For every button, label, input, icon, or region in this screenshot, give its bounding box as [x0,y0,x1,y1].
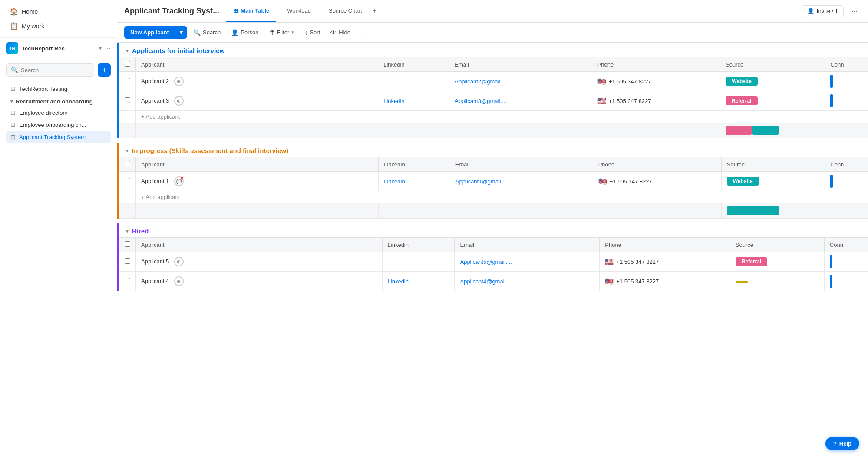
tab-source-chart[interactable]: Source Chart [322,0,369,22]
linkedin-cell [382,252,455,272]
chat-button[interactable]: ⊕ [174,278,184,284]
sort-button[interactable]: ↕ Sort [300,27,324,39]
sidebar-item-mywork[interactable]: 📋 My work [6,19,111,33]
collapse-inprogress-icon[interactable]: ▾ [126,148,129,154]
main-content: Applicant Tracking Syst... ⊞ Main Table … [117,0,868,459]
search-icon: 🔍 [11,67,18,73]
sidebar-item-home[interactable]: 🏠 Home [6,4,111,19]
tab-main-table[interactable]: ⊞ Main Table [226,0,276,22]
email-cell[interactable]: Applicant1@gmail.... [450,172,593,191]
email-link[interactable]: Applicant1@gmail.... [455,178,507,185]
more-toolbar-button[interactable]: ··· [356,27,370,38]
add-chat-icon[interactable]: ⊕ [174,276,184,286]
invite-button[interactable]: 👤 Invite / 1 [802,5,844,17]
col-conn-header: Conn [825,57,868,72]
email-link[interactable]: Applicant2@gmail.... [455,78,506,85]
help-button[interactable]: ? Help [825,437,859,450]
hired-table: Applicant Linkedin Email Phone Source Co… [119,237,868,291]
group-inprogress-title: In progress (Skills assessment and final… [132,147,288,154]
sidebar-group-recruitment[interactable]: ▾ Recruitment and onboarding [6,95,111,106]
add-applicant-label[interactable]: + Add applicant [136,111,868,123]
chevron-down-icon: ▾ [99,45,102,51]
topbar-right: 👤 Invite / 1 ··· [802,5,861,18]
row-check[interactable] [125,278,130,283]
email-cell[interactable]: Applicant5@gmail.... [455,252,600,272]
hide-label: Hide [339,29,350,36]
sidebar-workspace[interactable]: TR TechReport Rec... ▾ ··· [0,38,117,59]
add-button[interactable]: + [98,63,111,76]
add-applicant-row[interactable]: + Add applicant [119,191,868,203]
col-linkedin-header: Linkedin [378,57,449,72]
tab-workload[interactable]: Workload [280,0,318,22]
linkedin-cell[interactable]: Linkedin [379,172,450,191]
sidebar-search-box[interactable]: 🔍 [6,63,94,76]
chat-button[interactable]: 💬 [174,178,184,184]
phone-cell: 🇺🇸 +1 505 347 8227 [592,72,720,91]
email-cell[interactable]: Applicant4@gmail.... [455,272,600,291]
conn-cell [824,272,868,291]
email-cell[interactable]: Applicant2@gmail.... [449,72,592,91]
sidebar-item-applicant-tracking[interactable]: ⊞ Applicant Tracking System [6,131,111,143]
select-all-check[interactable] [125,61,130,67]
collapse-initial-icon[interactable]: ▾ [126,48,129,54]
add-tab-icon[interactable]: + [369,7,381,16]
search-input[interactable] [21,67,89,73]
add-chat-icon[interactable]: ⊕ [174,96,184,106]
group-hired: ▾ Hired Applicant Linkedin Email Phone S… [117,223,868,291]
board-icon: ⊞ [10,85,16,92]
source-badge: Referral [736,257,767,266]
search-button[interactable]: 🔍 Search [189,27,225,39]
col-email-header: Email [449,57,592,72]
add-applicant-row[interactable]: + Add applicant [119,111,868,123]
chat-notify-icon[interactable]: 💬 [174,176,184,186]
sidebar-home-label: Home [22,8,38,15]
workspace-more-icon[interactable]: ··· [105,44,111,52]
linkedin-link[interactable]: Linkedin [388,278,409,285]
group-initial-interview-header: ▾ Applicants for initial interview [119,43,868,57]
add-chat-icon[interactable]: ⊕ [174,257,184,266]
source-cell: Website [720,72,825,91]
sidebar-item-techreport-testing[interactable]: ⊞ TechReport Testing [6,83,111,95]
chat-button[interactable]: ⊕ [174,78,184,84]
group-hired-header: ▾ Hired [119,223,868,237]
linkedin-cell[interactable]: Linkedin [378,91,449,111]
new-applicant-arrow-icon[interactable]: ▾ [175,26,187,39]
chat-button[interactable]: ⊕ [174,258,184,265]
add-chat-icon[interactable]: ⊕ [174,76,184,86]
hide-button[interactable]: 👁 Hide [326,27,355,39]
select-all-check[interactable] [125,161,130,166]
add-applicant-label[interactable]: + Add applicant [136,191,868,203]
collapse-hired-icon[interactable]: ▾ [126,228,129,234]
email-link[interactable]: Applicant5@gmail.... [460,259,512,265]
email-cell[interactable]: Applicant3@gmail.... [449,91,592,111]
email-link[interactable]: Applicant3@gmail.... [455,98,506,104]
row-check[interactable] [125,258,130,264]
table-row: Applicant 3 ⊕ Linkedin Applicant3@gmail.… [119,91,868,111]
linkedin-link[interactable]: Linkedin [384,178,405,185]
linkedin-link[interactable]: Linkedin [383,98,404,104]
sidebar-item-employee-onboarding[interactable]: ⊞ Employee onboarding ch... [6,119,111,131]
applicant-name: Applicant 5 [141,258,169,265]
invite-label: Invite / 1 [817,8,838,14]
tab-source-chart-label: Source Chart [329,7,362,14]
collapse-arrow-icon: ▾ [10,99,13,104]
sidebar-item-employee-directory[interactable]: ⊞ Employee directory [6,106,111,119]
linkedin-cell[interactable]: Linkedin [382,272,455,291]
new-applicant-button[interactable]: New Applicant ▾ [124,26,187,39]
applicant-name-cell: Applicant 4 ⊕ [136,272,383,291]
filter-button[interactable]: ⚗ Filter ▾ [265,27,299,39]
select-all-check[interactable] [125,241,130,247]
more-options-button[interactable]: ··· [848,5,861,18]
row-check[interactable] [125,178,130,183]
phone-number: +1 505 347 8227 [616,278,659,285]
workspace-name: TechReport Rec... [22,45,96,52]
email-link[interactable]: Applicant4@gmail.... [460,278,512,285]
table-header-row: Applicant Linkedin Email Phone Source Co… [119,57,868,72]
initial-interview-table: Applicant Linkedin Email Phone Source Co… [119,57,868,138]
row-check[interactable] [125,78,130,83]
applicant-name-cell: Applicant 2 ⊕ [136,72,378,91]
chat-button[interactable]: ⊕ [174,97,184,104]
row-check[interactable] [125,97,130,103]
source-badge: Referral [726,96,757,105]
person-button[interactable]: 👤 Person [227,27,263,39]
